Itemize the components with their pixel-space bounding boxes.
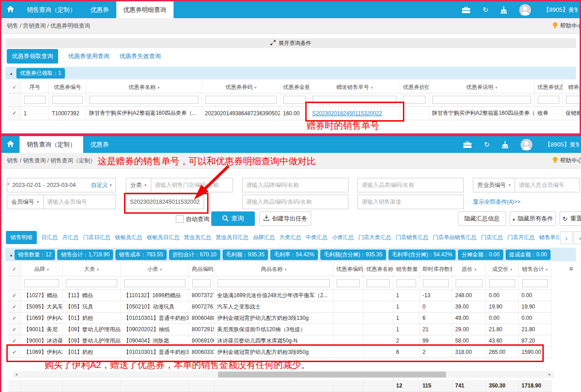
col-coupon-code[interactable]: 优惠券编码: [333, 263, 363, 276]
col-sales-qty[interactable]: 销售数量: [393, 263, 420, 276]
column-filter-input[interactable]: [397, 279, 416, 287]
hide-summary-button[interactable]: 隐藏汇总信息: [458, 211, 506, 226]
help-center-link[interactable]: 帮助中心: [552, 18, 581, 34]
date-start[interactable]: 2023-02-01: [10, 182, 43, 188]
store-input[interactable]: [151, 182, 233, 188]
date-mode-dropdown[interactable]: 自定义▾: [91, 181, 115, 189]
tab-clerk[interactable]: 营业员汇总: [184, 234, 211, 241]
order-no-input[interactable]: [126, 199, 204, 205]
auto-query-checkbox[interactable]: [176, 215, 184, 223]
subtab-coupon-received[interactable]: 优惠券领取查询: [7, 49, 58, 64]
column-filter-input[interactable]: [218, 279, 330, 287]
user-name[interactable]: 【8905】黄智: [545, 141, 579, 149]
home-tab[interactable]: [1, 1, 20, 18]
table-row[interactable]: ✓【1027】赠品【11】赠品【110132】1699档赠品80073727全场…: [8, 290, 551, 301]
tab-coupon[interactable]: 优惠券: [83, 136, 116, 153]
tab-store-sales[interactable]: 门店销售汇总: [396, 234, 428, 241]
column-filter-input[interactable]: [24, 96, 45, 104]
coupon-row[interactable]: ✓ 1 T10007392 陕甘青宁购买伊利A2整箱返160四品类券（... 2…: [8, 107, 581, 120]
sort-caret-icon[interactable]: ▾: [158, 85, 160, 90]
row-check[interactable]: ✓: [8, 107, 21, 120]
tab-store-summary[interactable]: 门店汇总: [481, 234, 503, 241]
column-filter-input[interactable]: [124, 279, 185, 287]
sort-caret-icon[interactable]: ▾: [160, 267, 162, 272]
col-gift-channel[interactable]: 赠券渠道: [563, 81, 581, 93]
tab-sales-query[interactable]: 销售查询（定制）: [20, 1, 83, 18]
tab-smallclass[interactable]: 小类汇总: [332, 234, 354, 241]
tabs-scroll-left-button[interactable]: ‹: [560, 231, 573, 244]
briefcase-icon[interactable]: [463, 142, 472, 148]
col-brand[interactable]: 品牌▾: [21, 263, 63, 276]
col-smallclass[interactable]: 小类▾: [121, 263, 189, 276]
row-check[interactable]: ✓: [8, 324, 21, 335]
horizontal-scrollbar[interactable]: ◄ ►: [13, 371, 554, 378]
col-coupon-discount[interactable]: 优惠券折扣: [400, 81, 429, 93]
table-row[interactable]: ✓【5095】大风车【05】玩具【050210】动漫玩具80072761汽车人之…: [8, 301, 551, 313]
column-filter-input[interactable]: [205, 96, 277, 104]
avatar[interactable]: [519, 4, 531, 16]
avatar[interactable]: [521, 139, 532, 151]
sort-caret-icon[interactable]: ▾: [495, 85, 497, 90]
goods-input[interactable]: [243, 199, 348, 205]
column-filter-input[interactable]: [489, 279, 515, 287]
col-bigclass[interactable]: 大类▾: [63, 263, 121, 276]
col-orig-price[interactable]: 原价▾: [452, 263, 486, 276]
column-filter-input[interactable]: [566, 96, 581, 104]
table-row[interactable]: ✓【9000】沐诗葆贝【09】婴幼儿护理用品【090404】润肤霜8006910…: [8, 335, 551, 347]
column-filter-input[interactable]: [423, 279, 449, 287]
column-filter-input[interactable]: [283, 96, 306, 104]
tab-store-item-sales[interactable]: 门店单品销售汇总: [433, 234, 477, 241]
tab-store-daily[interactable]: 门店日汇总: [83, 234, 110, 241]
col-coupon-name[interactable]: 优惠券名称▾: [86, 81, 202, 93]
col-coupon-code[interactable]: 优惠券券码▾: [202, 81, 280, 93]
col-goods-name[interactable]: 商品名称▾: [214, 263, 333, 276]
channel-input[interactable]: [358, 199, 463, 205]
tab-cashier-daily[interactable]: 收银员日汇总: [147, 234, 179, 241]
sort-caret-icon[interactable]: ▾: [47, 267, 49, 272]
clerk-dropdown[interactable]: 营业员编号▾: [473, 178, 515, 192]
expand-conditions-bar[interactable]: 展开查询条件: [5, 38, 576, 48]
sort-caret-icon[interactable]: ▾: [546, 267, 548, 272]
column-filter-input[interactable]: [24, 279, 59, 287]
tab-brand[interactable]: 品牌汇总: [253, 234, 275, 241]
column-filter-input[interactable]: [89, 96, 199, 104]
col-stock-qty[interactable]: 即时库存数量: [420, 263, 452, 276]
collapse-icon[interactable]: ▴: [10, 71, 12, 76]
sort-caret-icon[interactable]: ▾: [97, 267, 99, 272]
reset-button[interactable]: ↻ 重置: [560, 211, 581, 226]
col-coupon-desc[interactable]: 优惠券说明▾: [429, 81, 535, 93]
gift-order-link[interactable]: S2023020182450115320022: [312, 110, 382, 117]
help-center-link[interactable]: 帮助中心: [552, 153, 581, 168]
col-coupon-status[interactable]: 优惠券状态: [535, 81, 563, 93]
sort-caret-icon[interactable]: ▾: [510, 267, 512, 272]
col-deal-price[interactable]: 成交价▾: [486, 263, 519, 276]
col-gift-order-no[interactable]: 赠送销售单号▾: [309, 81, 400, 93]
column-filter-input[interactable]: [192, 279, 211, 287]
scrollbar-thumb[interactable]: [218, 372, 446, 377]
row-check[interactable]: ✓: [8, 313, 21, 324]
user-name[interactable]: 【8905】黄智: [543, 6, 578, 14]
sort-caret-icon[interactable]: ▾: [284, 267, 287, 272]
briefcase-icon[interactable]: [462, 7, 470, 13]
row-check[interactable]: ✓: [8, 290, 21, 301]
tab-sales-query[interactable]: 销售查询（定制）: [20, 136, 83, 153]
tab-order-summary[interactable]: 销售单汇总: [539, 234, 559, 241]
col-coupon-id[interactable]: 优惠券编号: [49, 81, 86, 93]
home-tab[interactable]: [1, 136, 20, 153]
column-filter-input[interactable]: [403, 96, 426, 104]
broom-icon[interactable]: [502, 141, 508, 148]
subtab-coupon-used[interactable]: 优惠券使用查询: [68, 52, 109, 60]
col-coupon-amount[interactable]: 优惠券金额▾: [280, 81, 309, 93]
column-filter-input[interactable]: [456, 279, 482, 287]
tab-store-monthly[interactable]: 门店月汇总: [507, 234, 535, 241]
sort-caret-icon[interactable]: ▾: [371, 85, 373, 90]
tab-daily-summary[interactable]: 日汇总: [41, 234, 58, 241]
row-check[interactable]: ✓: [8, 347, 21, 358]
class-input[interactable]: [358, 182, 463, 188]
clerk-input[interactable]: [515, 182, 579, 188]
subtab-coupon-expired[interactable]: 优惠券失效查询: [119, 52, 161, 60]
hide-conditions-button[interactable]: ▴ 隐藏所有条件: [510, 211, 556, 226]
tab-bigclass[interactable]: 大类汇总: [279, 234, 301, 241]
broom-icon[interactable]: [501, 6, 507, 14]
tab-coupon-detail-query[interactable]: 优惠券明细查询: [116, 1, 174, 18]
